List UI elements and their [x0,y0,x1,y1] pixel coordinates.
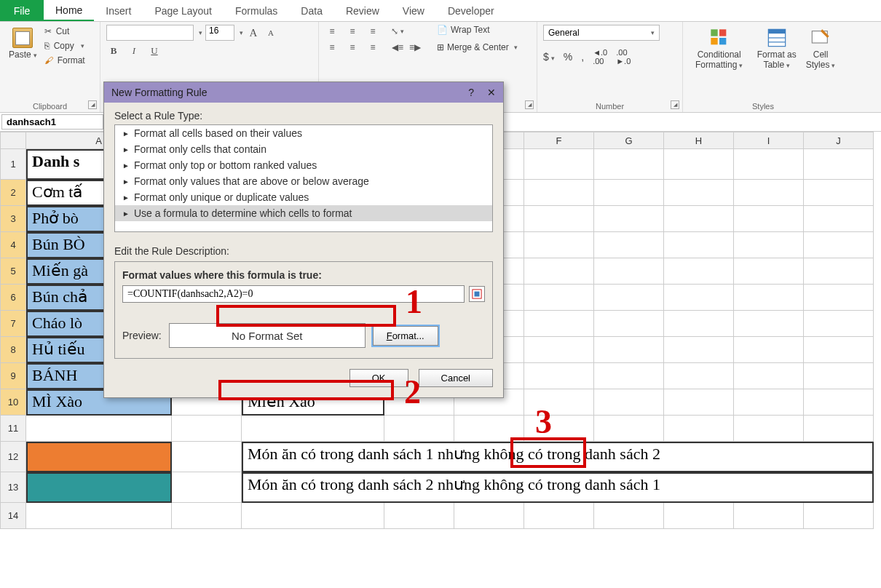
cell-I4[interactable] [734,232,804,258]
tab-view[interactable]: View [391,0,436,21]
cell-F1[interactable] [524,149,594,180]
cell-J7[interactable] [804,311,874,337]
cell-styles-button[interactable]: Cell Styles▾ [804,25,837,74]
tab-insert[interactable]: Insert [94,0,143,21]
cell-H14[interactable] [664,503,734,529]
cell-F8[interactable] [524,337,594,363]
cell-J10[interactable] [804,389,874,416]
align-top-button[interactable]: ≡ [325,25,339,38]
cell-H2[interactable] [664,180,734,206]
row-header-7[interactable]: 7 [0,311,26,337]
row-header-10[interactable]: 10 [0,389,26,416]
tab-review[interactable]: Review [334,0,391,21]
cell-I6[interactable] [734,285,804,311]
cell-G8[interactable] [594,337,664,363]
row-header-1[interactable]: 1 [0,149,26,180]
col-header-I[interactable]: I [734,132,804,149]
cell-J2[interactable] [804,180,874,206]
cell-A12[interactable] [26,442,172,472]
close-button[interactable]: ✕ [487,87,496,98]
cell-H7[interactable] [664,311,734,337]
orientation-button[interactable]: ⤡▾ [390,25,405,38]
row-header-5[interactable]: 5 [0,258,26,285]
cell-E11[interactable] [454,416,524,442]
bold-button[interactable]: B [106,44,121,58]
cell-I11[interactable] [734,416,804,442]
cell-I1[interactable] [734,149,804,180]
cell-D14[interactable] [384,503,454,529]
rule-type-item-4[interactable]: ►Format only unique or duplicate values [115,189,492,205]
cell-J4[interactable] [804,232,874,258]
format-button[interactable]: Format... [373,326,438,346]
cell-G1[interactable] [594,149,664,180]
merge-center-button[interactable]: ⊞Merge & Center▾ [437,42,518,52]
cell-B13[interactable] [172,472,242,503]
cell-B14[interactable] [172,503,242,529]
cell-G10[interactable] [594,389,664,416]
cell-J1[interactable] [804,149,874,180]
italic-button[interactable]: I [127,44,141,58]
cell-G7[interactable] [594,311,664,337]
cell-F7[interactable] [524,311,594,337]
grow-font-button[interactable]: A [246,25,261,40]
decrease-indent-button[interactable]: ◀≡ [390,41,405,54]
cell-I3[interactable] [734,206,804,232]
cell-F14[interactable] [524,503,594,529]
cell-H4[interactable] [664,232,734,258]
row-header-8[interactable]: 8 [0,337,26,363]
align-left-button[interactable]: ≡ [325,41,339,54]
range-selector-button[interactable] [469,286,485,302]
format-as-table-button[interactable]: Format as Table▾ [754,25,799,74]
cell-F6[interactable] [524,285,594,311]
cell-J14[interactable] [804,503,874,529]
increase-indent-button[interactable]: ≡▶ [408,41,422,54]
number-dialog-launcher[interactable]: ◢ [671,100,679,109]
dialog-titlebar[interactable]: New Formatting Rule ? ✕ [104,82,503,103]
percent-button[interactable]: % [564,51,572,63]
cell-B12[interactable] [172,442,242,472]
tab-developer[interactable]: Developer [436,0,506,21]
cell-F3[interactable] [524,206,594,232]
cell-I10[interactable] [734,389,804,416]
cell-G4[interactable] [594,232,664,258]
cell-I14[interactable] [734,503,804,529]
cancel-button[interactable]: Cancel [419,369,493,387]
cut-button[interactable]: ✂Cut [44,26,85,36]
row-header-14[interactable]: 14 [0,503,26,529]
cell-G6[interactable] [594,285,664,311]
cell-C13[interactable]: Món ăn có trong danh sách 2 nhưng không … [242,472,874,503]
cell-C14[interactable] [242,503,384,529]
col-header-J[interactable]: J [804,132,874,149]
cell-I9[interactable] [734,363,804,389]
cell-H9[interactable] [664,363,734,389]
tab-formulas[interactable]: Formulas [224,0,289,21]
tab-data[interactable]: Data [289,0,334,21]
cell-I8[interactable] [734,337,804,363]
cell-C12[interactable]: Món ăn có trong danh sách 1 nhưng không … [242,442,874,472]
cell-E14[interactable] [454,503,524,529]
font-name-combo[interactable] [106,25,194,41]
alignment-dialog-launcher[interactable]: ◢ [525,100,534,109]
cell-C11[interactable] [242,416,384,442]
cell-J6[interactable] [804,285,874,311]
cell-B11[interactable] [172,416,242,442]
name-box[interactable]: danhsach1 [1,114,103,130]
rule-type-item-5[interactable]: ►Use a formula to determine which cells … [115,205,492,221]
rule-type-item-0[interactable]: ►Format all cells based on their values [115,125,492,141]
align-bottom-button[interactable]: ≡ [366,25,380,38]
row-header-2[interactable]: 2 [0,180,26,206]
align-center-button[interactable]: ≡ [345,41,360,54]
tab-page-layout[interactable]: Page Layout [143,0,224,21]
row-header-6[interactable]: 6 [0,285,26,311]
ok-button[interactable]: OK [349,369,408,387]
cell-J11[interactable] [804,416,874,442]
cell-F2[interactable] [524,180,594,206]
cell-G9[interactable] [594,363,664,389]
paste-button[interactable]: Paste▾ [6,25,40,63]
cell-F9[interactable] [524,363,594,389]
cell-H6[interactable] [664,285,734,311]
cell-H3[interactable] [664,206,734,232]
row-header-12[interactable]: 12 [0,442,26,472]
cell-I5[interactable] [734,258,804,285]
col-header-G[interactable]: G [594,132,664,149]
